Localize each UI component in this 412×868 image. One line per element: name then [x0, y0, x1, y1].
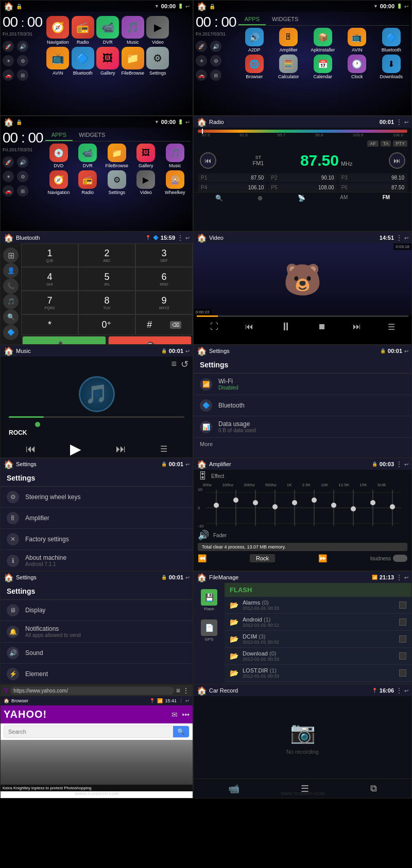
radio-fm-btn[interactable]: FM [383, 194, 390, 202]
key-7[interactable]: 7PQRS [21, 291, 78, 314]
back-icon-amp[interactable]: ↩ [404, 462, 408, 467]
home-icon3[interactable]: 🏠 [4, 117, 14, 127]
home-icon-settings1[interactable]: 🏠 [197, 346, 207, 356]
cr-copy-btn[interactable]: ⧉ [370, 783, 377, 794]
radio-antenna-btn[interactable]: 📡 [298, 194, 305, 202]
eq-loudness-toggle[interactable]: loudness [370, 555, 407, 562]
radio-prev-btn[interactable]: ⏮ [200, 152, 216, 169]
bt-icon-btn[interactable]: 🔷 [3, 325, 19, 340]
preset-p2[interactable]: P290.10 [268, 173, 337, 182]
app-video[interactable]: ▶ Video [146, 16, 169, 45]
back-icon-video[interactable]: ↩ [404, 235, 408, 241]
app-clock[interactable]: 🕐Clock [341, 55, 373, 79]
video-next-btn[interactable]: ⏭ [353, 322, 361, 331]
back-icon-settings2[interactable]: ↩ [185, 462, 190, 467]
settings-datausage[interactable]: 📊 Data usage 0 B of data used [194, 416, 411, 438]
settings-about[interactable]: ℹ About machine Android 7.1.1 [1, 550, 193, 571]
rocket-btn[interactable]: 🚀 [3, 41, 14, 52]
back-icon-bt[interactable]: ↩ [185, 235, 190, 241]
app-gallery[interactable]: 🖼 Gallery [96, 47, 119, 76]
browser-search-btn[interactable]: 🔍 [173, 726, 189, 737]
settings-amplifier-item[interactable]: 🎚 Amplifier [1, 508, 193, 529]
back-icon-fm[interactable]: ↩ [404, 575, 408, 580]
fm-row-dcim[interactable]: 📂 DCIM (3) 2012-01-01 00:02 [225, 631, 411, 648]
settings-wifi[interactable]: 📶 Wi-Fi Disabled [194, 374, 411, 395]
app-downloads[interactable]: ⬇Downloads [375, 55, 407, 79]
settings-notifications[interactable]: 🔔 Notifications All apps allowed to send [1, 621, 193, 643]
app-bluetooth[interactable]: 🔷 Bluetooth [72, 47, 95, 76]
preset-p3[interactable]: P398.10 [338, 173, 407, 182]
fm-row-alarms[interactable]: 📂 Alarms (0) 2012-01-01 00:33 [225, 597, 411, 614]
contacts-btn[interactable]: ⊞ [3, 247, 19, 263]
grid-btn2[interactable]: ⊞ [210, 69, 221, 81]
music-refresh-btn[interactable]: ↺ [181, 359, 188, 370]
recents-btn[interactable]: 📞 [3, 278, 19, 294]
key-3[interactable]: 3DEF [135, 243, 193, 267]
brightness-btn2[interactable]: ☀ [196, 55, 207, 66]
key-9[interactable]: 9WXYZ [135, 291, 193, 314]
app-a2dp[interactable]: 🔊A2DP [238, 28, 270, 52]
browser-url[interactable]: https://www.yahoo.com/ [10, 687, 174, 695]
radio-search-btn[interactable]: 🔍 [215, 194, 223, 202]
key-5[interactable]: 5JKL [78, 267, 135, 291]
rocket-btn2[interactable]: 🚀 [196, 41, 207, 52]
video-fullscreen-btn[interactable]: ⛶ [210, 322, 218, 331]
sound-btn[interactable]: 🔊 [17, 41, 28, 52]
home-icon[interactable]: 🏠 [4, 2, 14, 11]
home-icon-fm[interactable]: 🏠 [197, 573, 207, 582]
settings-element[interactable]: ⚡ Element [1, 664, 193, 684]
fm-flash[interactable]: 💾 Flash [199, 587, 219, 613]
cr-camera-btn[interactable]: 📹 [228, 783, 239, 794]
music-btn-bt[interactable]: 🎵 [3, 294, 19, 309]
back-icon2[interactable]: ↩ [404, 4, 408, 9]
fm-checkbox2[interactable] [399, 618, 406, 626]
music-menu-btn[interactable]: ≡ [171, 359, 177, 370]
app-video2[interactable]: ▶Video [132, 170, 159, 195]
back-icon-radio[interactable]: ↩ [404, 119, 408, 125]
preset-p4[interactable]: P4106.10 [198, 183, 267, 192]
brightness-btn[interactable]: ☀ [3, 55, 14, 66]
tab-apps[interactable]: APPS [238, 14, 266, 25]
app-music[interactable]: 🎵 Music [122, 16, 145, 45]
settings-sound[interactable]: 🔊 Sound [1, 643, 193, 664]
app-dvr2[interactable]: 📹DVR [74, 144, 101, 168]
equalizer-btn[interactable]: ⚙ [17, 55, 28, 66]
video-prev-btn[interactable]: ⏮ [245, 322, 253, 331]
app-filebrowse2[interactable]: 📁FileBrowse [104, 144, 130, 168]
app-bluetooth2[interactable]: 🔷Bluetooth [375, 28, 407, 52]
app-music2[interactable]: 🎵Music [162, 144, 188, 168]
car-btn2[interactable]: 🚗 [196, 69, 207, 81]
home-icon-cr[interactable]: 🏠 [197, 686, 207, 696]
fm-checkbox3[interactable] [399, 635, 406, 643]
fm-row-android[interactable]: 📂 Android (1) 2012-01-01 00:12 [225, 614, 411, 631]
btn-ta[interactable]: TA [381, 140, 391, 147]
preset-p6[interactable]: P687.50 [338, 183, 407, 192]
home-icon-radio[interactable]: 🏠 [197, 117, 207, 127]
person-btn[interactable]: 👤 [3, 263, 19, 278]
key-8[interactable]: 8TUV [78, 291, 135, 314]
call-btn[interactable]: 📞 [22, 336, 106, 345]
back-icon3[interactable]: ↩ [185, 119, 190, 125]
app-avin2[interactable]: 📺AVIN [341, 28, 373, 52]
eq-next-btn[interactable]: ⏩ [318, 554, 327, 562]
backspace-btn[interactable]: ⌫ [170, 321, 181, 329]
sound-btn2[interactable]: 🔊 [210, 41, 221, 52]
settings-more[interactable]: More [194, 438, 411, 450]
key-0[interactable]: 0⁺ [78, 314, 135, 335]
home-icon-video[interactable]: 🏠 [197, 233, 207, 243]
eq-prev-btn[interactable]: ⏪ [198, 554, 207, 562]
fm-row-lostdir[interactable]: 📂 LOST.DIR (1) 2012-01-01 00:33 [225, 665, 411, 682]
yahoo-more-icon[interactable]: ••• [182, 711, 190, 719]
menu-icon-video[interactable]: ⋮ [396, 234, 402, 241]
home-icon2[interactable]: 🏠 [197, 2, 207, 11]
key-hash[interactable]: # ⌫ [135, 314, 193, 335]
radio-next-btn[interactable]: ⏭ [389, 152, 405, 169]
preset-p1[interactable]: P187.50 [198, 173, 267, 182]
key-2[interactable]: 2ABC [78, 243, 135, 267]
yahoo-mail-icon[interactable]: ✉ [171, 711, 178, 719]
home-icon-amplifier[interactable]: 🏠 [197, 459, 207, 469]
fm-checkbox5[interactable] [399, 669, 406, 677]
home-icon-music[interactable]: 🏠 [4, 346, 14, 356]
app-dvr[interactable]: 📹 DVR [96, 16, 119, 45]
loudness-switch[interactable] [393, 555, 407, 562]
